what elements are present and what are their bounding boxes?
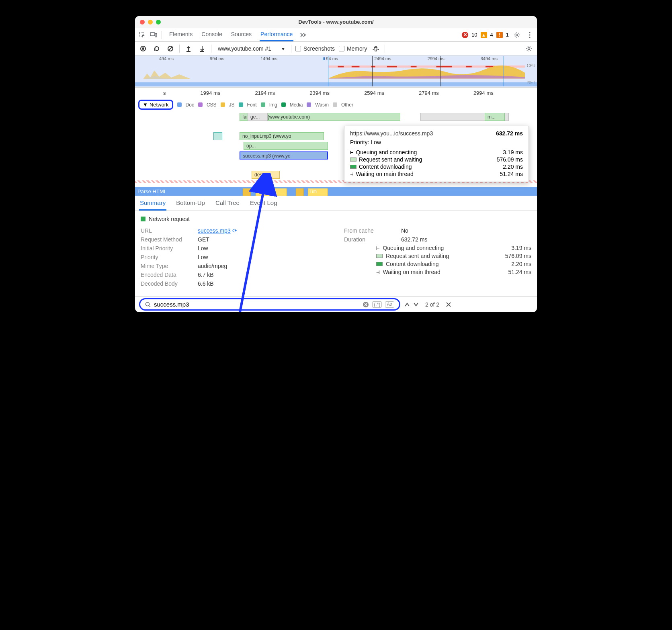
svg-point-11	[528, 47, 530, 49]
tab-eventlog[interactable]: Event Log	[249, 196, 278, 211]
tab-performance[interactable]: Performance	[260, 28, 293, 41]
tab-calltree[interactable]: Call Tree	[215, 196, 240, 211]
summary-panel: Network request URLsuccess.mp3 ⟳ Request…	[135, 211, 537, 296]
svg-rect-17	[411, 66, 417, 68]
overview-timeline[interactable]: 494 ms994 ms1494 ms ⏸94 ms 2494 ms2994 m…	[135, 55, 537, 88]
warning-count: 4	[490, 32, 493, 38]
settings-icon[interactable]	[512, 30, 522, 40]
more-icon[interactable]	[525, 30, 535, 40]
warning-icon[interactable]: ▲	[481, 32, 487, 38]
tooltip-priority: Priority: Low	[350, 139, 523, 145]
svg-line-22	[149, 306, 150, 307]
network-track-header: ▼ Network Doc CSS JS Font Img Media Wasm…	[135, 98, 537, 111]
clear-search-icon[interactable]	[363, 301, 369, 308]
detail-right: From cacheNo Duration632.72 ms ⊢Queuing …	[344, 226, 531, 288]
bar-success[interactable]: success.mp3 (www.yc	[240, 151, 328, 160]
svg-point-21	[146, 302, 150, 306]
url-link[interactable]: success.mp3	[198, 227, 231, 234]
tooltip-duration: 632.72 ms	[496, 130, 523, 137]
tab-bottomup[interactable]: Bottom-Up	[175, 196, 206, 211]
issue-icon[interactable]: !	[496, 32, 503, 38]
upload-icon[interactable]	[184, 44, 193, 53]
svg-line-10	[168, 47, 172, 51]
recording-label: www.youtube.com #1	[218, 45, 271, 52]
tooltip-rows: ⊢Queuing and connecting3.19 ms Request s…	[350, 149, 523, 178]
bar-m[interactable]: m...	[485, 113, 505, 121]
bar-noinput[interactable]: no_input.mp3 (www.yo	[240, 132, 324, 140]
recording-dropdown[interactable]: www.youtube.com #1 ▾	[215, 45, 287, 53]
clear-icon[interactable]	[166, 44, 175, 53]
performance-toolbar: www.youtube.com #1 ▾ Screenshots Memory	[135, 42, 537, 55]
main-toolbar: Elements Console Sources Performance ✕ 1…	[135, 28, 537, 42]
network-section-toggle[interactable]: ▼ Network	[138, 100, 173, 110]
tab-sources[interactable]: Sources	[230, 28, 252, 41]
svg-rect-2	[155, 33, 157, 37]
download-icon[interactable]	[197, 44, 207, 53]
flame-firack[interactable]: Fir...ack	[256, 188, 287, 196]
status-badges: ✕ 10 ▲ 4 ! 1	[462, 30, 535, 40]
gc-icon[interactable]	[371, 44, 381, 53]
more-tabs-icon[interactable]	[298, 30, 308, 40]
detail-left: URLsuccess.mp3 ⟳ Request MethodGET Initi…	[141, 226, 328, 288]
svg-rect-19	[466, 66, 472, 68]
memory-checkbox[interactable]: Memory	[339, 45, 367, 52]
svg-point-6	[529, 37, 530, 38]
record-icon[interactable]	[138, 44, 148, 53]
capture-settings-icon[interactable]	[524, 44, 534, 53]
bar-ge[interactable]: ge...	[248, 113, 268, 121]
reload-icon[interactable]	[152, 44, 162, 53]
search-field[interactable]: (.*) Aa	[139, 298, 400, 311]
tab-console[interactable]: Console	[201, 28, 223, 41]
panel-tabs: Elements Console Sources Performance	[168, 28, 293, 41]
devtools-window: DevTools - www.youtube.com/ Elements Con…	[135, 16, 537, 312]
svg-point-4	[529, 32, 530, 33]
search-prev-icon[interactable]	[404, 302, 410, 307]
svg-rect-13	[338, 66, 344, 68]
parse-html-row[interactable]: Parse HTML Fir...ack Tim	[135, 187, 537, 196]
bar-desk[interactable]: desk	[252, 171, 280, 179]
flame-tim[interactable]: Tim	[308, 188, 328, 196]
tab-summary[interactable]: Summary	[139, 196, 166, 211]
svg-rect-16	[387, 66, 397, 68]
overview-ticks: 494 ms994 ms1494 ms ⏸94 ms 2494 ms2994 m…	[135, 55, 537, 61]
svg-rect-14	[352, 66, 360, 68]
cpu-wave-left	[143, 65, 191, 80]
overview-netbar	[135, 82, 537, 86]
tooltip-url: https://www.you...io/success.mp3	[350, 130, 433, 137]
search-bar: (.*) Aa 2 of 2	[135, 296, 537, 312]
svg-rect-1	[150, 33, 155, 36]
detail-tabs: Summary Bottom-Up Call Tree Event Log	[135, 196, 537, 211]
tab-elements[interactable]: Elements	[168, 28, 193, 41]
issue-count: 1	[506, 32, 509, 38]
svg-point-5	[529, 34, 530, 35]
inspect-icon[interactable]	[137, 30, 147, 40]
flame-chart[interactable]: s 1994 ms2194 ms2394 ms2594 ms2794 ms299…	[135, 88, 537, 196]
search-next-icon[interactable]	[413, 302, 419, 307]
search-close-icon[interactable]	[446, 302, 451, 307]
bar-font[interactable]	[213, 132, 222, 140]
cpu-wave	[328, 65, 525, 80]
flame-ticks: s 1994 ms2194 ms2394 ms2594 ms2794 ms299…	[135, 88, 537, 98]
open-icon[interactable]: ⟳	[232, 227, 237, 234]
cpu-label: CPU	[527, 63, 535, 68]
hover-tooltip: https://www.you...io/success.mp3 632.72 …	[344, 126, 529, 182]
search-icon	[145, 302, 151, 307]
search-input[interactable]	[154, 301, 359, 308]
screenshots-checkbox[interactable]: Screenshots	[295, 45, 335, 52]
svg-point-3	[516, 34, 518, 36]
case-toggle[interactable]: Aa	[385, 301, 394, 308]
svg-point-8	[142, 47, 144, 50]
titlebar: DevTools - www.youtube.com/	[135, 16, 537, 28]
bar-op[interactable]: op...	[244, 142, 328, 150]
regex-toggle[interactable]: (.*)	[372, 301, 382, 308]
error-count: 10	[471, 32, 477, 38]
search-count: 2 of 2	[425, 301, 439, 308]
device-icon[interactable]	[149, 30, 158, 40]
error-icon[interactable]: ✕	[462, 32, 468, 38]
svg-rect-18	[436, 66, 452, 68]
window-title: DevTools - www.youtube.com/	[135, 19, 537, 25]
detail-heading: Network request	[141, 216, 531, 222]
